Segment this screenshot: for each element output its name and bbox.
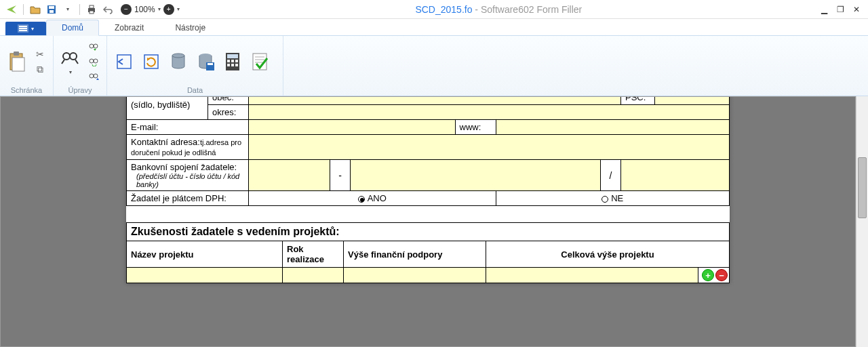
add-row-button[interactable]: + <box>702 269 714 281</box>
svg-rect-5 <box>90 11 94 14</box>
find-replace-button[interactable] <box>86 55 101 68</box>
col-year: Rok realizace <box>283 241 344 268</box>
find-button[interactable]: ▾ <box>59 45 82 78</box>
zoom-value: 100% <box>134 5 155 14</box>
vat-yes-cell[interactable]: ANO <box>249 191 496 206</box>
title-separator: - <box>472 4 480 15</box>
find-next-button[interactable] <box>86 40 101 54</box>
zoom-dropdown-icon[interactable]: ▾ <box>158 6 161 12</box>
database-button[interactable] <box>167 45 190 78</box>
copy-button[interactable]: ⧉ <box>33 62 47 76</box>
open-icon[interactable] <box>29 3 41 16</box>
project-support-field[interactable] <box>344 268 486 283</box>
svg-rect-12 <box>12 58 24 71</box>
file-tab[interactable]: ▾ <box>5 22 46 35</box>
svg-rect-8 <box>19 28 27 29</box>
www-field[interactable] <box>496 120 730 135</box>
ribbon-group-clipboard-label: Schránka <box>5 85 47 94</box>
vat-no-label: NE <box>611 193 623 203</box>
psc-label: PSČ: <box>621 96 655 105</box>
database-save-button[interactable] <box>194 45 217 78</box>
bank-label: Bankovní spojení žadatele: <box>131 162 237 172</box>
contact-field[interactable] <box>249 135 730 160</box>
scrollbar-thumb[interactable] <box>858 157 867 218</box>
calculator-button[interactable] <box>221 45 244 78</box>
save-icon[interactable] <box>45 3 58 16</box>
tab-home[interactable]: Domů <box>46 20 99 36</box>
svg-rect-36 <box>231 64 234 66</box>
paste-button[interactable] <box>5 45 28 78</box>
validate-button[interactable] <box>248 45 271 78</box>
obec-field[interactable] <box>249 96 621 105</box>
quick-access-toolbar: ▾ − 100% ▾ + ▾ <box>0 3 180 16</box>
experience-title: Zkušenosti žadatele s vedením projektů: <box>127 223 730 241</box>
delete-row-button[interactable]: − <box>715 269 728 281</box>
find-prev-button[interactable] <box>86 70 101 83</box>
ribbon-group-edits-label: Úpravy <box>59 85 101 94</box>
close-button[interactable]: ✕ <box>850 3 863 16</box>
svg-point-18 <box>94 44 98 48</box>
refresh-in-button[interactable] <box>140 45 163 78</box>
svg-line-15 <box>62 60 64 64</box>
save-dropdown-icon[interactable]: ▾ <box>62 3 74 16</box>
ribbon-group-edits: ▾ Úpravy <box>54 36 107 96</box>
vertical-scrollbar[interactable] <box>856 96 868 347</box>
col-total: Celková výše projektu <box>486 241 730 268</box>
app-name: Software602 Form Filler <box>481 4 582 15</box>
undo-icon[interactable] <box>102 3 114 16</box>
refresh-out-button[interactable] <box>113 45 136 78</box>
svg-rect-37 <box>235 64 238 66</box>
project-year-field[interactable] <box>283 268 344 283</box>
ribbon-group-data: Data <box>107 36 283 96</box>
svg-rect-29 <box>208 63 213 65</box>
radio-unselected-icon[interactable] <box>601 196 608 203</box>
tab-view[interactable]: Zobrazit <box>99 20 159 35</box>
project-name-field[interactable] <box>127 268 283 283</box>
svg-point-21 <box>90 74 94 78</box>
bank-code-field[interactable] <box>621 160 730 191</box>
email-field[interactable] <box>249 120 456 135</box>
vat-yes-label: ANO <box>368 193 387 203</box>
cut-button[interactable]: ✂ <box>33 47 47 61</box>
row-controls-cell: + − <box>698 268 729 283</box>
svg-rect-2 <box>50 10 54 13</box>
restore-button[interactable]: ❐ <box>834 3 846 16</box>
svg-rect-9 <box>19 30 27 31</box>
svg-rect-1 <box>49 6 54 9</box>
work-area: (sídlo, bydliště) obec: PSČ: okres: E-ma… <box>0 96 868 347</box>
psc-field[interactable] <box>655 96 730 105</box>
print-icon[interactable] <box>85 3 98 16</box>
svg-point-13 <box>63 53 70 60</box>
bank-account-field[interactable] <box>351 160 601 191</box>
ribbon-tabs: ▾ Domů Zobrazit Nástroje <box>0 19 868 35</box>
minimize-button[interactable]: ▁ <box>818 3 830 16</box>
svg-rect-32 <box>227 60 230 62</box>
okres-field[interactable] <box>249 105 730 120</box>
bank-label-cell: Bankovní spojení žadatele: (předčíslí úč… <box>127 160 249 191</box>
document-viewport[interactable]: (sídlo, bydliště) obec: PSČ: okres: E-ma… <box>0 96 856 347</box>
vat-label: Žadatel je plátcem DPH: <box>127 191 249 206</box>
svg-point-17 <box>90 44 94 48</box>
svg-point-20 <box>94 59 98 63</box>
residence-label: (sídlo, bydliště) <box>127 96 208 120</box>
send-icon[interactable] <box>5 3 18 16</box>
bank-prefix-field[interactable] <box>249 160 330 191</box>
file-icon <box>18 24 28 33</box>
svg-rect-33 <box>231 60 234 62</box>
tab-tools[interactable]: Nástroje <box>159 20 221 35</box>
zoom-in-button[interactable]: + <box>163 4 174 15</box>
applicant-table: (sídlo, bydliště) obec: PSČ: okres: E-ma… <box>126 96 730 206</box>
obec-label: obec: <box>208 96 249 105</box>
window-title: SCD_2015.fo - Software602 Form Filler <box>180 4 818 15</box>
zoom-out-button[interactable]: − <box>121 4 132 15</box>
project-total-field[interactable] <box>486 268 698 283</box>
bank-dash: - <box>330 160 351 191</box>
zoom-controls: − 100% ▾ + ▾ <box>121 4 180 15</box>
bank-hint: (předčíslí účtu - číslo účtu / kód banky… <box>131 172 244 188</box>
www-label: www: <box>455 120 496 135</box>
document-name: SCD_2015.fo <box>415 4 472 15</box>
vat-no-cell[interactable]: NE <box>496 191 730 206</box>
radio-selected-icon[interactable] <box>358 196 365 203</box>
ribbon-group-clipboard: ✂ ⧉ Schránka <box>0 36 54 96</box>
contact-label-cell: Kontaktní adresa:tj.adresa pro doručení … <box>127 135 249 160</box>
